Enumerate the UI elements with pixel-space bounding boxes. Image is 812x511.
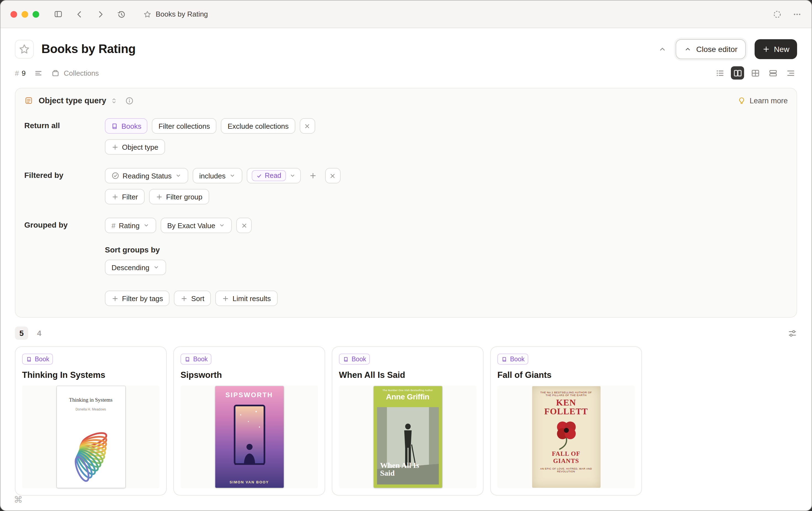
object-type-chip-books[interactable]: Books xyxy=(105,118,147,134)
book-icon xyxy=(343,356,349,362)
card-title: Fall of Giants xyxy=(497,370,635,380)
collapse-editor-icon[interactable] xyxy=(658,45,667,54)
plus-icon xyxy=(112,143,119,151)
check-icon xyxy=(256,172,262,179)
remove-filter-button[interactable] xyxy=(325,168,340,183)
hash-icon: # xyxy=(112,221,115,230)
group-tab-5[interactable]: 5 xyxy=(15,326,28,340)
book-cover: The Number One Irish Bestselling Author … xyxy=(373,386,442,488)
card-title: Sipsworth xyxy=(180,370,318,380)
add-filter-value-button[interactable] xyxy=(305,168,320,183)
book-card[interactable]: Book When All Is Said The Number One Iri… xyxy=(332,346,484,495)
gallery-view-icon[interactable] xyxy=(731,66,744,80)
cover-area: THE No.1 BESTSELLING AUTHOR OF THE PILLA… xyxy=(497,385,635,488)
maximize-window-button[interactable] xyxy=(33,11,39,18)
collections-icon xyxy=(52,69,60,77)
plus-icon xyxy=(181,295,188,302)
minimize-window-button[interactable] xyxy=(22,11,28,18)
collections-link[interactable]: Collections xyxy=(52,69,99,77)
description-icon[interactable] xyxy=(34,69,43,77)
hash-icon: # xyxy=(15,69,19,77)
close-editor-button[interactable]: Close editor xyxy=(676,39,746,59)
object-type-badge: Book xyxy=(22,354,53,365)
book-icon xyxy=(26,356,32,362)
plus-icon xyxy=(762,45,770,53)
book-cover: Thinking in Systems Donella H. Meadows xyxy=(57,386,125,488)
sort-direction-dropdown[interactable]: Descending xyxy=(105,260,166,275)
group-tab-4[interactable]: 4 xyxy=(33,326,46,340)
object-count[interactable]: # 9 xyxy=(15,69,26,77)
book-card[interactable]: Book Thinking In Systems Thinking in Sys… xyxy=(15,346,167,495)
filter-value-dropdown[interactable]: Read xyxy=(246,168,300,183)
sort-button[interactable]: Sort xyxy=(174,291,211,306)
caret-up-icon xyxy=(684,45,692,53)
close-window-button[interactable] xyxy=(10,11,17,18)
add-filter-button[interactable]: Filter xyxy=(105,189,145,205)
view-switcher xyxy=(713,66,797,80)
return-all-label: Return all xyxy=(24,118,105,155)
query-editor-panel: Object type query Learn more Return all … xyxy=(15,88,797,318)
book-card[interactable]: Book Sipsworth SIPSWORTH xyxy=(173,346,325,495)
command-icon[interactable]: ⌘ xyxy=(14,494,23,505)
page-header: Books by Rating Close editor New xyxy=(1,28,811,62)
table-view-icon[interactable] xyxy=(749,66,762,80)
filter-by-tags-button[interactable]: Filter by tags xyxy=(105,291,170,306)
titlebar: Books by Rating xyxy=(1,1,811,28)
back-icon[interactable] xyxy=(75,10,84,19)
plus-icon xyxy=(112,295,119,302)
chevron-down-icon xyxy=(219,222,225,229)
book-icon xyxy=(501,356,507,362)
group-method-dropdown[interactable]: By Exact Value xyxy=(161,218,232,233)
row-view-icon[interactable] xyxy=(766,66,779,80)
doorway-illustration xyxy=(232,403,267,468)
group-field-dropdown[interactable]: # Rating xyxy=(105,218,156,233)
history-icon[interactable] xyxy=(117,10,126,19)
info-icon[interactable] xyxy=(125,97,134,105)
gallery: Book Thinking In Systems Thinking in Sys… xyxy=(1,340,811,495)
cover-area: Thinking in Systems Donella H. Meadows xyxy=(22,385,160,488)
cover-area: SIPSWORTH SIMON VAN BOOY xyxy=(180,385,318,488)
app-window: Books by Rating Books by Rating Close ed… xyxy=(0,0,812,511)
plus-icon xyxy=(156,193,163,200)
list-view-icon[interactable] xyxy=(713,66,726,80)
filter-operator-dropdown[interactable]: includes xyxy=(193,168,242,183)
plus-icon xyxy=(222,295,229,302)
learn-more-link[interactable]: Learn more xyxy=(737,97,788,105)
rating-groups: 5 4 xyxy=(1,318,811,340)
query-title: Object type query xyxy=(39,96,106,105)
page-star-icon xyxy=(19,44,30,55)
remove-group-button[interactable] xyxy=(236,218,252,233)
chevron-down-icon xyxy=(289,172,296,179)
remove-return-all-button[interactable] xyxy=(300,118,315,134)
object-type-badge: Book xyxy=(339,354,370,365)
slinky-illustration xyxy=(64,426,117,487)
add-object-type-button[interactable]: Object type xyxy=(105,139,165,155)
limit-results-button[interactable]: Limit results xyxy=(215,291,278,306)
filter-collections-button[interactable]: Filter collections xyxy=(152,118,216,134)
book-card[interactable]: Book Fall of Giants THE No.1 BESTSELLING… xyxy=(490,346,642,495)
forward-icon[interactable] xyxy=(96,10,105,19)
filter-value-chip: Read xyxy=(252,170,286,181)
page-icon-button[interactable] xyxy=(15,40,34,58)
add-filter-group-button[interactable]: Filter group xyxy=(149,189,209,205)
more-icon[interactable] xyxy=(793,10,802,19)
object-type-badge: Book xyxy=(497,354,528,365)
query-type-selector-icon[interactable] xyxy=(111,97,118,104)
plus-icon xyxy=(112,193,119,200)
filter-field-dropdown[interactable]: Reading Status xyxy=(105,168,188,183)
exclude-collections-button[interactable]: Exclude collections xyxy=(221,118,295,134)
active-tab[interactable]: Books by Rating xyxy=(144,10,208,18)
book-icon xyxy=(111,123,118,130)
chevron-down-icon xyxy=(175,172,182,179)
chevron-down-icon xyxy=(153,264,159,271)
card-title: Thinking In Systems xyxy=(22,370,160,380)
new-object-button[interactable]: New xyxy=(755,39,797,59)
sidebar-toggle-icon[interactable] xyxy=(54,9,63,19)
chevron-down-icon xyxy=(229,172,235,179)
outline-view-icon[interactable] xyxy=(784,66,797,80)
view-settings-icon[interactable] xyxy=(788,328,797,338)
tab-star-icon xyxy=(144,10,151,18)
lightbulb-icon xyxy=(737,97,746,105)
scan-icon[interactable] xyxy=(773,10,782,19)
window-controls xyxy=(10,11,39,18)
